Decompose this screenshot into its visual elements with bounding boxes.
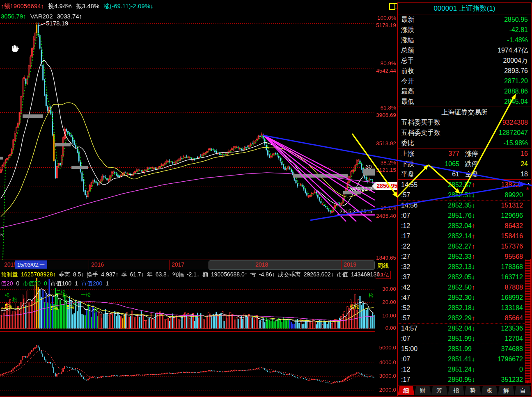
current-price-tag: 2850.95: [372, 182, 399, 190]
tick-row[interactable]: :122852.04↑86432: [398, 221, 531, 231]
resistance-bar: [293, 174, 348, 178]
tick-row[interactable]: :472852.30↓168992: [398, 292, 531, 303]
breadth-section: 上涨377涨停16下跌1065跌停24平盘61空盘18: [398, 148, 531, 179]
main-candlestick-chart[interactable]: [0, 3, 375, 260]
symbol-title[interactable]: 000001 上证指数(1): [398, 3, 531, 14]
vol-note: 松松: [350, 303, 360, 310]
quote-row: 涨跌-42.81: [398, 25, 531, 35]
tick-row[interactable]: :072851.76↓129696: [398, 210, 531, 221]
panel-tab-财[interactable]: 财: [415, 386, 431, 395]
indicator-2: 乖离: [59, 271, 70, 278]
tick-row[interactable]: 14:552852.57↑138224: [398, 180, 531, 190]
volume-chart[interactable]: [0, 270, 375, 331]
trading-terminal: ↑额190056694↑换4.94%振3.48%涨(-69.11)-2.09%↓…: [0, 0, 532, 397]
indicator-12: 额: [202, 271, 208, 278]
panel-tab-解[interactable]: 解: [498, 386, 515, 395]
fib-axis-label: 100.0%: [374, 15, 396, 21]
ma-label-1: 0: [16, 280, 20, 287]
quote-row: 今开2871.20: [398, 76, 531, 86]
ma-label-0: 值20: [1, 280, 13, 287]
panel-tab-细[interactable]: 细: [398, 386, 415, 395]
quote-row: 涨幅-1.48%: [398, 35, 531, 45]
indicator-10: 涨幅: [172, 271, 184, 278]
indicator-13: 190056688.0↑: [211, 271, 248, 278]
tick-row[interactable]: :122851.24↓0: [398, 364, 531, 374]
time-axis-scrollbar[interactable]: 2015201620172018201915/03/02,一: [0, 260, 375, 270]
hdr1-item-0: ↑额190056694↑: [1, 2, 44, 9]
indicator-8: 年: [147, 271, 153, 278]
hdr2-item-0: 3056.79↑: [1, 13, 26, 20]
panel-tab-板[interactable]: 板: [481, 386, 498, 395]
vol-note: 一松: [364, 292, 374, 299]
top-border: [0, 1, 532, 1]
quote-row: 最新2850.95: [398, 14, 531, 25]
fib-axis-label: 3513.92: [374, 140, 396, 146]
indicator-17: 29263.602↓: [304, 271, 334, 278]
year-label: 2019: [344, 261, 356, 268]
tick-row[interactable]: :572852.51↓89920: [398, 190, 531, 200]
scroll-up-button[interactable]: ▲: [525, 185, 530, 191]
selected-date-box[interactable]: 15/03/02,一: [15, 260, 47, 269]
year-label: 2016: [91, 261, 104, 268]
tick-row[interactable]: :572852.29↑85664: [398, 313, 531, 323]
indicator-18: 市值: [337, 271, 348, 278]
low-zone-label: 2515.32-2515: [339, 208, 372, 214]
resistance-bar: [55, 143, 71, 146]
tick-row[interactable]: 15:002851.99374688: [398, 344, 531, 354]
ma-label-2: 市值50: [23, 280, 41, 287]
exchange-row: 五档委卖手数12872047: [398, 128, 531, 138]
year-tick: [169, 260, 170, 270]
quote-row: 前收2893.76: [398, 66, 531, 76]
quote-row: 最高2888.86: [398, 86, 531, 96]
vol-note: 松: [62, 292, 67, 299]
panel-tab-bar: 细财筹指势板解自: [398, 385, 531, 395]
tick-row[interactable]: 14:562852.35↓151312: [398, 200, 531, 210]
resistance-bar: [71, 166, 88, 169]
tick-row[interactable]: :372852.05↓163712: [398, 272, 531, 282]
panel-tab-筹[interactable]: 筹: [431, 386, 448, 395]
tick-row[interactable]: :072851.41↓1796672: [398, 354, 531, 364]
pane-divider: [0, 331, 375, 332]
panel-tab-指[interactable]: 指: [448, 386, 465, 395]
tick-row[interactable]: :072851.99↓12704: [398, 333, 531, 344]
exchange-title: 上海证券交易所: [398, 107, 531, 117]
bottom-axis-label: 2000.0: [374, 387, 396, 393]
tick-row[interactable]: :322852.13↓178368: [398, 262, 531, 272]
hdr2-item-1: VAR202: [30, 13, 53, 20]
indicator-15: -4.86↓: [259, 271, 275, 278]
scroll-thumb[interactable]: [525, 259, 531, 383]
tick-row[interactable]: :222852.27↑157376: [398, 241, 531, 251]
indicator-5: 4.937↑: [101, 271, 118, 278]
left-cut-label: 5: [0, 232, 3, 237]
tick-scrollbar[interactable]: ▲ ▼: [524, 180, 531, 386]
tick-row[interactable]: :422852.50↑87808: [398, 282, 531, 292]
period-label[interactable]: 周线: [377, 262, 389, 270]
fib-axis-label: 80.9%: [374, 60, 396, 66]
tick-row[interactable]: 14:572852.04↓123536: [398, 323, 531, 333]
vol-axis-label: 20.00: [374, 299, 396, 305]
indicator-6: 季: [121, 271, 127, 278]
tick-row[interactable]: :522852.18↓133184: [398, 303, 531, 313]
panel-tab-势[interactable]: 势: [465, 386, 482, 395]
fib-axis-label: 3121.15: [374, 167, 396, 173]
scroll-down-button[interactable]: ▼: [525, 379, 530, 385]
exchange-row: 委比-15.98%: [398, 138, 531, 148]
indicator-7: 61.7↓: [130, 271, 144, 278]
year-tick: [341, 260, 342, 270]
tick-row[interactable]: :172852.14↑158416: [398, 231, 531, 241]
bottom-axis-label: 3000.0: [374, 373, 396, 379]
tick-list[interactable]: 14:552852.57↑138224:572852.51↓8992014:56…: [398, 179, 531, 385]
panel-tab-自[interactable]: 自: [514, 386, 531, 395]
year-tick: [89, 260, 89, 270]
indicator-header-line1: ↑额190056694↑换4.94%振3.48%涨(-69.11)-2.09%↓: [1, 2, 158, 10]
fib-axis-label: 1849.65: [374, 255, 396, 261]
tick-row[interactable]: :172850.95↓351232: [398, 374, 531, 385]
vol-axis-label: 10.00: [374, 313, 396, 319]
vol-note: 5%: [5, 303, 12, 309]
quote-row: 总额1974.47亿: [398, 45, 531, 55]
bottom-border: [0, 396, 532, 397]
scrollbar-handle-icon[interactable]: [525, 180, 530, 185]
tick-row[interactable]: :272852.33↑95568: [398, 251, 531, 262]
overview-chart[interactable]: [0, 332, 375, 397]
vol-axis-label: 0.00: [374, 325, 396, 331]
